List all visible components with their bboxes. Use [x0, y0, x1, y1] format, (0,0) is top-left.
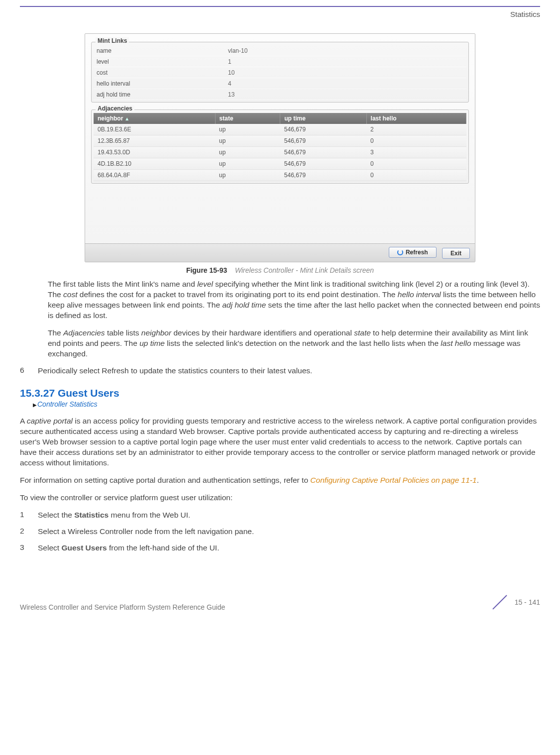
mint-row-label: hello interval: [94, 80, 228, 87]
cell-neighbor: 12.3B.65.87: [94, 135, 215, 147]
footer-page-number: 15 - 141: [515, 598, 540, 606]
col-state[interactable]: state: [215, 113, 280, 124]
table-row[interactable]: 19.43.53.0Dup546,6793: [94, 147, 466, 158]
cell-neighbor: 0B.19.E3.6E: [94, 124, 215, 135]
cell-lasthello: 2: [366, 124, 466, 135]
step-text: Select Guest Users from the left-hand si…: [38, 543, 540, 553]
screenshot-panel: Mint Links namevlan-10 level1 cost10 hel…: [85, 33, 475, 262]
col-uptime[interactable]: up time: [280, 113, 366, 124]
mint-row-label: adj hold time: [94, 91, 228, 98]
mint-row-label: cost: [94, 69, 228, 76]
cell-state: up: [215, 158, 280, 170]
refresh-button-label: Refresh: [406, 249, 428, 256]
cell-lasthello: 3: [366, 147, 466, 158]
cell-lasthello: 0: [366, 135, 466, 147]
step-3: 3 Select Guest Users from the left-hand …: [20, 543, 540, 553]
mint-row: hello interval4: [94, 78, 466, 89]
cell-uptime: 546,679: [280, 135, 366, 147]
refresh-button[interactable]: Refresh: [389, 247, 437, 258]
paragraph-adjacencies: The Adjacencies table lists neighbor dev…: [48, 328, 540, 359]
paragraph-cp-link: For information on setting captive porta…: [20, 475, 540, 486]
link-configuring-captive-portal[interactable]: Configuring Captive Portal Policies on p…: [310, 476, 476, 484]
step-text: Select the Statistics menu from the Web …: [38, 510, 540, 521]
paragraph-captive-portal: A captive portal is an access policy for…: [20, 416, 540, 468]
table-row[interactable]: 68.64.0A.8Fup546,6790: [94, 170, 466, 181]
adjacencies-fieldset: Adjacencies neighbor▲ state up time last…: [91, 109, 469, 184]
mint-row-value: 10: [228, 69, 466, 76]
exit-button-label: Exit: [450, 250, 461, 257]
cell-uptime: 546,679: [280, 158, 366, 170]
sort-asc-icon: ▲: [124, 116, 129, 121]
col-neighbor-label: neighbor: [98, 115, 123, 122]
mint-row: level1: [94, 56, 466, 67]
mint-row: cost10: [94, 67, 466, 78]
mint-row: namevlan-10: [94, 45, 466, 56]
cell-state: up: [215, 135, 280, 147]
page-footer: Wireless Controller and Service Platform…: [20, 593, 540, 611]
cell-neighbor: 19.43.53.0D: [94, 147, 215, 158]
section-heading-guest-users: 15.3.27 Guest Users: [20, 387, 540, 399]
footer-page-block: 15 - 141: [490, 593, 540, 611]
breadcrumb-arrow-icon: ▶: [33, 402, 37, 408]
step-number: 6: [20, 366, 29, 376]
cell-neighbor: 4D.1B.B2.10: [94, 158, 215, 170]
cell-uptime: 546,679: [280, 170, 366, 181]
table-row[interactable]: 4D.1B.B2.10up546,6790: [94, 158, 466, 170]
cell-uptime: 546,679: [280, 147, 366, 158]
mint-row-value: 4: [228, 80, 466, 87]
cell-neighbor: 68.64.0A.8F: [94, 170, 215, 181]
header-section-name: Statistics: [0, 7, 560, 18]
col-state-label: state: [220, 115, 233, 122]
cell-uptime: 546,679: [280, 124, 366, 135]
step-6: 6 Periodically select Refresh to update …: [20, 366, 540, 376]
footer-slash-icon: [490, 593, 510, 611]
step-number: 1: [20, 510, 29, 521]
cell-state: up: [215, 170, 280, 181]
mint-row-label: level: [94, 58, 228, 65]
mint-row-value: vlan-10: [228, 47, 466, 54]
mint-row-label: name: [94, 47, 228, 54]
table-row[interactable]: 0B.19.E3.6Eup546,6792: [94, 124, 466, 135]
figure-caption: Figure 15-93 Wireless Controller - Mint …: [20, 266, 540, 274]
step-1: 1 Select the Statistics menu from the We…: [20, 510, 540, 521]
adjacencies-table: neighbor▲ state up time last hello 0B.19…: [94, 113, 466, 181]
mint-links-legend: Mint Links: [96, 37, 129, 44]
table-row[interactable]: 12.3B.65.87up546,6790: [94, 135, 466, 147]
step-text: Select a Wireless Controller node from t…: [38, 527, 540, 537]
breadcrumb-link[interactable]: ▶Controller Statistics: [33, 400, 540, 408]
col-lasthello[interactable]: last hello: [366, 113, 466, 124]
mint-row: adj hold time13: [94, 89, 466, 100]
col-uptime-label: up time: [284, 115, 306, 122]
step-number: 2: [20, 527, 29, 537]
button-bar: Refresh Exit: [85, 243, 475, 262]
step-2: 2 Select a Wireless Controller node from…: [20, 527, 540, 537]
cell-state: up: [215, 124, 280, 135]
refresh-icon: [397, 249, 403, 255]
paragraph-to-view: To view the controller or service platfo…: [20, 493, 540, 503]
cell-lasthello: 0: [366, 170, 466, 181]
exit-button[interactable]: Exit: [442, 248, 470, 259]
footer-guide-title: Wireless Controller and Service Platform…: [20, 603, 225, 611]
step-text: Periodically select Refresh to update th…: [38, 366, 540, 376]
mint-row-value: 1: [228, 58, 466, 65]
col-neighbor[interactable]: neighbor▲: [94, 113, 215, 124]
figure-label: Figure 15-93: [186, 266, 227, 274]
svg-line-0: [493, 595, 507, 609]
mint-links-fieldset: Mint Links namevlan-10 level1 cost10 hel…: [91, 42, 469, 103]
cell-lasthello: 0: [366, 158, 466, 170]
adjacencies-legend: Adjacencies: [96, 105, 134, 112]
step-number: 3: [20, 543, 29, 553]
figure-text: Wireless Controller - Mint Link Details …: [235, 266, 374, 274]
paragraph-mint-first-table: The first table lists the Mint link's na…: [48, 279, 540, 321]
mint-row-value: 13: [228, 91, 466, 98]
breadcrumb-text: Controller Statistics: [37, 400, 98, 408]
col-lasthello-label: last hello: [371, 115, 397, 122]
cell-state: up: [215, 147, 280, 158]
